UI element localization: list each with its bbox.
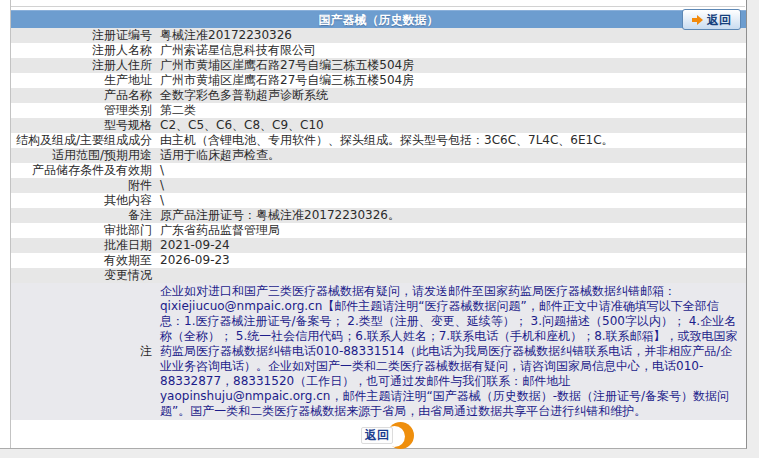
table-row-approval-department: 审批部门 广东省药品监督管理局 xyxy=(11,223,746,238)
top-border-line xyxy=(11,6,745,7)
row-label: 变更情况 xyxy=(11,268,152,283)
row-value: 2021-09-24 xyxy=(152,238,746,253)
row-value: 广州市黄埔区崖鹰石路27号自编三栋五楼504房 xyxy=(152,73,746,88)
row-label: 结构及组成/主要组成成分 xyxy=(11,133,152,148)
table-row-note: 注 企业如对进口和国产三类医疗器械数据有疑问，请发送邮件至国家药监局医疗器械数据… xyxy=(11,283,746,420)
table-row-registrant-address: 注册人住所 广州市黄埔区崖鹰石路27号自编三栋五楼504房 xyxy=(11,58,746,73)
table-row-other-content: 其他内容 \ xyxy=(11,193,746,208)
row-label: 生产地址 xyxy=(11,73,152,88)
back-button-top[interactable]: 返回 xyxy=(682,9,741,30)
page-title: 国产器械（历史数据） xyxy=(319,13,439,27)
row-label: 产品名称 xyxy=(11,88,152,103)
table-row-expiry-date: 有效期至 2026-09-23 xyxy=(11,253,746,268)
row-value: 适用于临床超声检查。 xyxy=(152,148,746,163)
content-area: 国产器械（历史数据） 返回 注册证编号 粤械注准20172230326 注册人名… xyxy=(0,0,747,449)
row-value: 广州索诺星信息科技有限公司 xyxy=(152,43,746,58)
row-label: 注册人住所 xyxy=(11,58,152,73)
table-row-approval-date: 批准日期 2021-09-24 xyxy=(11,238,746,253)
table-row-intended-use: 适用范围/预期用途 适用于临床超声检查。 xyxy=(11,148,746,163)
row-value: 广州市黄埔区崖鹰石路27号自编三栋五楼504房 xyxy=(152,58,746,73)
back-button-label: 返回 xyxy=(707,11,731,29)
arrow-right-icon xyxy=(692,15,703,25)
row-value: \ xyxy=(152,178,746,193)
row-value: C2、C5、C6、C8、C9、C10 xyxy=(152,118,746,133)
row-label: 适用范围/预期用途 xyxy=(11,148,152,163)
row-value: 第二类 xyxy=(152,103,746,118)
row-label: 注册证编号 xyxy=(11,28,152,43)
table-row-management-class: 管理类别 第二类 xyxy=(11,103,746,118)
table-row-remark: 备注 原产品注册证号：粤械注准20172230326。 xyxy=(11,208,746,223)
table-row-storage-conditions: 产品储存条件及有效期 \ xyxy=(11,163,746,178)
row-value xyxy=(152,268,746,283)
registration-detail-table: 注册证编号 粤械注准20172230326 注册人名称 广州索诺星信息科技有限公… xyxy=(11,28,746,420)
row-label: 有效期至 xyxy=(11,253,152,268)
table-row-model-spec: 型号规格 C2、C5、C6、C8、C9、C10 xyxy=(11,118,746,133)
row-label: 型号规格 xyxy=(11,118,152,133)
table-row-attachment: 附件 \ xyxy=(11,178,746,193)
table-row-change-status: 变更情况 xyxy=(11,268,746,283)
table-row-registration-number: 注册证编号 粤械注准20172230326 xyxy=(11,28,746,43)
footer: 返回 xyxy=(11,422,746,450)
row-label: 审批部门 xyxy=(11,223,152,238)
row-label: 备注 xyxy=(11,208,152,223)
row-label: 批准日期 xyxy=(11,238,152,253)
row-label: 注 xyxy=(11,344,152,359)
row-value: 2026-09-23 xyxy=(152,253,746,268)
page-header: 国产器械（历史数据） 返回 xyxy=(11,10,746,28)
note-text: 企业如对进口和国产三类医疗器械数据有疑问，请发送邮件至国家药监局医疗器械数据纠错… xyxy=(152,284,746,419)
row-value: 原产品注册证号：粤械注准20172230326。 xyxy=(152,208,746,223)
row-label: 注册人名称 xyxy=(11,43,152,58)
row-value: 由主机（含锂电池、专用软件）、探头组成。探头型号包括：3C6C、7L4C、6E1… xyxy=(152,133,746,148)
row-value: \ xyxy=(152,163,746,178)
row-value: 全数字彩色多普勒超声诊断系统 xyxy=(152,88,746,103)
row-value: 广东省药品监督管理局 xyxy=(152,223,746,238)
back-button-label: 返回 xyxy=(361,427,393,444)
table-row-production-address: 生产地址 广州市黄埔区崖鹰石路27号自编三栋五楼504房 xyxy=(11,73,746,88)
back-button-bottom[interactable]: 返回 xyxy=(359,422,419,450)
row-label: 产品储存条件及有效期 xyxy=(11,163,152,178)
table-row-registrant-name: 注册人名称 广州索诺星信息科技有限公司 xyxy=(11,43,746,58)
table-row-product-name: 产品名称 全数字彩色多普勒超声诊断系统 xyxy=(11,88,746,103)
row-value: 粤械注准20172230326 xyxy=(152,28,746,43)
row-label: 管理类别 xyxy=(11,103,152,118)
row-label: 附件 xyxy=(11,178,152,193)
row-label: 其他内容 xyxy=(11,193,152,208)
table-row-structure-composition: 结构及组成/主要组成成分 由主机（含锂电池、专用软件）、探头组成。探头型号包括：… xyxy=(11,133,746,148)
detail-panel: 国产器械（历史数据） 返回 注册证编号 粤械注准20172230326 注册人名… xyxy=(11,10,746,450)
row-value: \ xyxy=(152,193,746,208)
